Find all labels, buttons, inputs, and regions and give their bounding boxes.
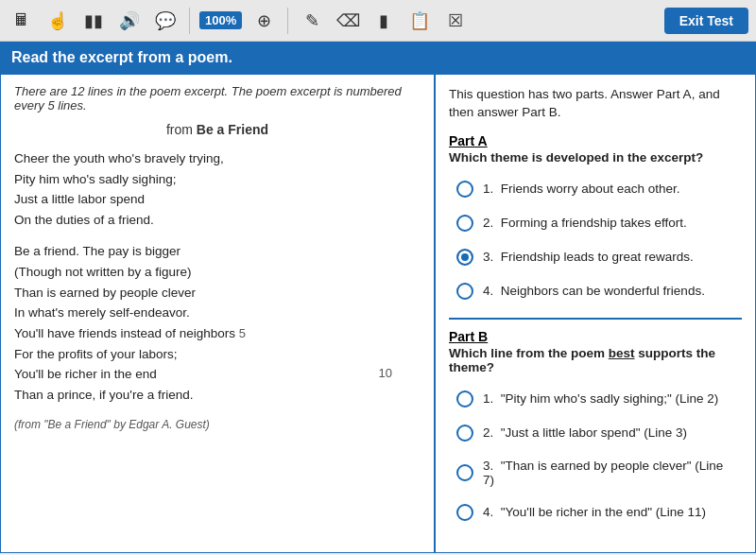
- poem-stanza-2: Be a friend. The pay is bigger (Though n…: [14, 241, 392, 405]
- poem-title: from Be a Friend: [14, 122, 421, 137]
- radio-a2[interactable]: [456, 215, 473, 232]
- option-b2-text: 2. "Just a little labor spend" (Line 3): [483, 425, 687, 440]
- line-number-5: 5: [239, 326, 246, 340]
- poem-line-5: Be a friend. The pay is bigger: [14, 241, 392, 262]
- chat-icon[interactable]: 💬: [151, 7, 180, 35]
- poem-line-6: (Though not written by a figure): [14, 262, 392, 283]
- notes-icon[interactable]: 📋: [405, 7, 434, 35]
- poem-stanza-1: Cheer the youth who's bravely trying, Pi…: [14, 148, 392, 230]
- option-b1[interactable]: 1. "Pity him who's sadly sighing;" (Line…: [449, 384, 742, 414]
- option-a1-text: 1. Friends worry about each other.: [483, 182, 680, 196]
- option-a3[interactable]: 3. Friendship leads to great rewards.: [449, 242, 742, 272]
- option-a3-text: 3. Friendship leads to great rewards.: [483, 250, 694, 264]
- option-b3-text: 3. "Than is earned by people clever" (Li…: [483, 459, 734, 487]
- option-b1-text: 1. "Pity him who's sadly sighing;" (Line…: [483, 391, 718, 406]
- question-pane: This question has two parts. Answer Part…: [436, 75, 755, 552]
- highlight-icon[interactable]: ▮: [369, 7, 398, 35]
- radio-b1[interactable]: [456, 390, 473, 408]
- option-b3[interactable]: 3. "Than is earned by people clever" (Li…: [449, 452, 742, 494]
- option-a4[interactable]: 4. Neighbors can be wonderful friends.: [449, 276, 742, 306]
- option-b4[interactable]: 4. "You'll be richer in the end" (Line 1…: [449, 497, 742, 528]
- part-a-label: Part A: [449, 133, 742, 148]
- radio-b2[interactable]: [456, 425, 473, 442]
- poem-line-9: You'll have friends instead of neighbors…: [14, 323, 392, 344]
- hand-icon[interactable]: ☝: [43, 7, 72, 35]
- part-b-label: Part B: [449, 329, 742, 344]
- poem-title-text: Be a Friend: [197, 122, 268, 137]
- poem-line-3: Just a little labor spend: [14, 189, 392, 210]
- part-a-question: Which theme is developed in the excerpt?: [449, 150, 742, 165]
- ear-icon[interactable]: 🖩: [8, 7, 36, 35]
- radio-a3[interactable]: [456, 249, 473, 266]
- radio-a1[interactable]: [456, 181, 473, 198]
- option-b2[interactable]: 2. "Just a little labor spend" (Line 3): [449, 418, 742, 448]
- page-header: Read the excerpt from a poem.: [0, 42, 756, 74]
- poem-line-4: On the duties of a friend.: [14, 210, 392, 231]
- poem-line-10: For the profits of your labors;: [14, 344, 392, 365]
- part-b: Part B Which line from the poem best sup…: [449, 329, 742, 528]
- main-content: There are 12 lines in the poem excerpt. …: [0, 74, 756, 553]
- option-a1[interactable]: 1. Friends worry about each other.: [449, 174, 742, 204]
- toolbar: 🖩 ☝ ▮▮ 🔊 💬 100% ⊕ ✎ ⌫ ▮ 📋 ☒ Exit Test: [0, 0, 756, 42]
- volume-icon[interactable]: 🔊: [115, 7, 144, 35]
- zoom-in-icon[interactable]: ⊕: [249, 7, 278, 35]
- poem-line-7: Than is earned by people clever: [14, 283, 392, 304]
- cross-out-icon[interactable]: ☒: [441, 7, 470, 35]
- eraser-icon[interactable]: ⌫: [334, 7, 362, 35]
- poem-lines: Cheer the youth who's bravely trying, Pi…: [14, 148, 421, 405]
- option-a4-text: 4. Neighbors can be wonderful friends.: [483, 284, 705, 298]
- part-a: Part A Which theme is developed in the e…: [449, 133, 742, 306]
- page-title: Read the excerpt from a poem.: [11, 49, 232, 65]
- option-a2-text: 2. Forming a friendship takes effort.: [483, 216, 687, 230]
- radio-a4[interactable]: [456, 283, 473, 300]
- poem-line-11: You'll be richer in the end 10: [14, 364, 392, 385]
- question-intro: This question has two parts. Answer Part…: [449, 86, 742, 122]
- zoom-level: 100%: [199, 11, 242, 29]
- option-a2[interactable]: 2. Forming a friendship takes effort.: [449, 208, 742, 238]
- part-b-question: Which line from the poem best supports t…: [449, 346, 742, 374]
- radio-b4[interactable]: [456, 504, 473, 521]
- poem-pane: There are 12 lines in the poem excerpt. …: [1, 75, 436, 552]
- pencil-icon[interactable]: ✎: [298, 7, 326, 35]
- poem-line-2: Pity him who's sadly sighing;: [14, 169, 392, 190]
- separator-1: [189, 8, 190, 34]
- option-b4-text: 4. "You'll be richer in the end" (Line 1…: [483, 505, 706, 519]
- poem-notice: There are 12 lines in the poem excerpt. …: [14, 84, 421, 113]
- separator-2: [287, 8, 288, 34]
- exit-test-button[interactable]: Exit Test: [664, 8, 748, 34]
- line-number-10: 10: [379, 364, 392, 384]
- part-divider: [449, 318, 742, 320]
- poem-line-12: Than a prince, if you're a friend.: [14, 385, 392, 406]
- poem-line-8: In what's merely self-endeavor.: [14, 303, 392, 323]
- poem-line-1: Cheer the youth who's bravely trying,: [14, 148, 392, 169]
- radio-b3[interactable]: [456, 464, 473, 481]
- poem-attribution: (from "Be a Friend" by Edgar A. Guest): [14, 418, 421, 431]
- pause-icon[interactable]: ▮▮: [79, 7, 108, 35]
